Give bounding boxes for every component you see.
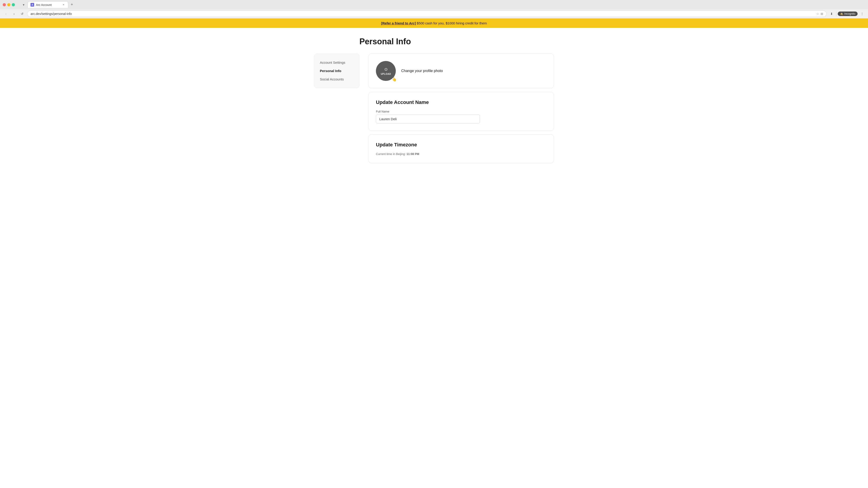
tab-close-button[interactable]: × (62, 3, 65, 6)
active-tab[interactable]: A Arc Account × (28, 1, 68, 8)
full-name-label: Full Name (376, 110, 546, 113)
window-maximize-button[interactable] (12, 3, 15, 6)
page-content: Personal Info Account Settings Personal … (310, 28, 558, 172)
forward-icon: › (13, 12, 15, 15)
update-timezone-card: Update Timezone Current time in Beijing:… (368, 134, 554, 163)
sidebar-item-account-settings-label: Account Settings (320, 61, 345, 64)
update-name-title: Update Account Name (376, 99, 546, 105)
content-layout: Account Settings Personal Info Social Ac… (314, 54, 554, 163)
full-name-input[interactable] (376, 115, 480, 123)
page-title: Personal Info (360, 37, 554, 46)
update-timezone-title: Update Timezone (376, 142, 546, 148)
sidebar-item-social-accounts[interactable]: Social Accounts (314, 75, 359, 84)
sidebar-item-account-settings[interactable]: Account Settings (314, 58, 359, 67)
incognito-label: Incognito (844, 12, 855, 15)
browser-chrome: ▾ A Arc Account × + ‹ › (0, 0, 868, 19)
url-display: arc.dev/settings/personal-info (31, 12, 814, 15)
forward-button[interactable]: › (11, 11, 17, 17)
camera-icon: ⊙ (384, 67, 388, 72)
current-time-value: 11:08 PM (406, 152, 419, 156)
new-tab-button[interactable]: + (69, 2, 75, 8)
tab-back-dropdown[interactable]: ▾ (20, 2, 27, 8)
plus-icon: + (71, 2, 73, 7)
tab-group: A Arc Account × + (28, 1, 75, 8)
change-photo-text: Change your profile photo (401, 69, 443, 73)
tab-title: Arc Account (36, 3, 60, 6)
download-icon: ⬇ (830, 12, 833, 15)
window-minimize-button[interactable] (7, 3, 10, 6)
address-bar[interactable]: arc.dev/settings/personal-info ☆ ⊞ (27, 11, 827, 17)
more-menu-button[interactable]: ⋮ (859, 11, 865, 17)
extensions-icon[interactable]: ⊞ (820, 12, 823, 15)
refer-link[interactable]: [Refer a friend to Arc] (381, 21, 416, 25)
address-bar-row: ‹ › ↺ arc.dev/settings/personal-info ☆ ⊞… (0, 9, 868, 18)
upload-avatar-button[interactable]: ⊙ UPLOAD 👆 (376, 61, 396, 81)
reload-icon: ↺ (21, 12, 24, 15)
window-close-button[interactable] (3, 3, 6, 6)
main-area: ⊙ UPLOAD 👆 Change your profile photo Upd… (368, 54, 554, 163)
tab-bar: ▾ A Arc Account × + (19, 1, 77, 8)
upload-photo-card: ⊙ UPLOAD 👆 Change your profile photo (368, 54, 554, 88)
back-button[interactable]: ‹ (3, 11, 9, 17)
toolbar-right: ⬇ 🕵 Incognito ⋮ (829, 11, 865, 17)
cursor-icon: 👆 (392, 77, 397, 82)
download-button[interactable]: ⬇ (829, 11, 835, 17)
window-controls (3, 3, 15, 6)
back-icon: ‹ (5, 12, 6, 15)
incognito-badge: 🕵 Incognito (838, 11, 858, 16)
tab-favicon: A (31, 3, 34, 6)
sidebar-item-personal-info[interactable]: Personal Info (314, 67, 359, 75)
more-icon: ⋮ (861, 12, 864, 15)
update-name-card: Update Account Name Full Name (368, 92, 554, 131)
current-time-label: Current time in Beijing: 11:08 PM (376, 152, 546, 156)
reload-button[interactable]: ↺ (19, 11, 25, 17)
star-icon[interactable]: ☆ (816, 12, 819, 15)
sidebar-item-social-accounts-label: Social Accounts (320, 77, 344, 81)
sidebar-item-personal-info-label: Personal Info (320, 69, 341, 73)
close-icon: × (63, 3, 64, 6)
referral-banner: [Refer a friend to Arc] $500 cash for yo… (0, 19, 868, 28)
chevron-down-icon: ▾ (23, 3, 24, 6)
address-bar-icons: ☆ ⊞ (816, 12, 823, 15)
sidebar-nav: Account Settings Personal Info Social Ac… (314, 54, 360, 88)
toolbar-divider (836, 11, 836, 16)
upload-label: UPLOAD (381, 73, 391, 75)
refer-text: $500 cash for you, $1000 hiring credit f… (416, 21, 487, 25)
title-bar: ▾ A Arc Account × + (0, 0, 868, 9)
incognito-icon: 🕵 (840, 12, 843, 15)
